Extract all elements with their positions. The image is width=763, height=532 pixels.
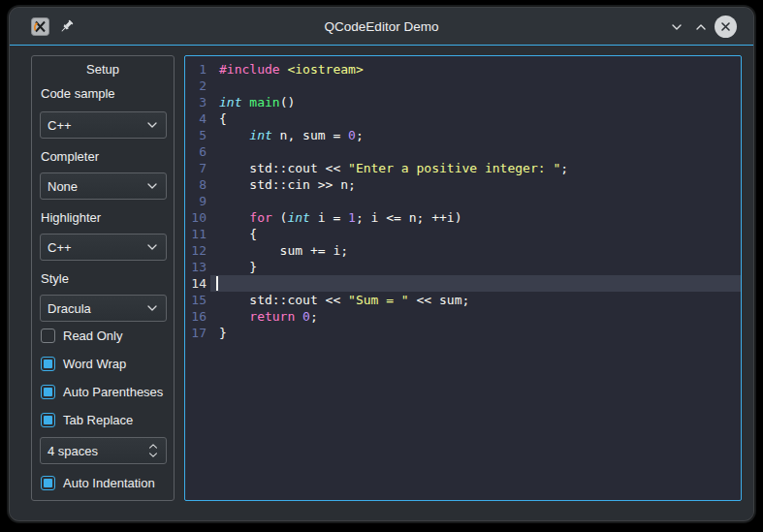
- readonly-checkbox[interactable]: Read Only: [41, 329, 122, 343]
- code-content[interactable]: {: [210, 110, 741, 127]
- code-content[interactable]: int main(): [210, 94, 741, 110]
- checkbox-label: Word Wrap: [63, 357, 126, 371]
- line-number: 11: [185, 226, 210, 242]
- titlebar[interactable]: QCodeEditor Demo: [10, 8, 753, 46]
- code-token: ;: [560, 161, 568, 175]
- chevron-down-icon: [145, 301, 159, 315]
- code-line[interactable]: 7 std::cout << "Enter a positive integer…: [185, 160, 741, 176]
- code-token: << sum;: [409, 293, 470, 307]
- code-content[interactable]: [210, 143, 741, 160]
- code-line[interactable]: 8 std::cin >> n;: [185, 176, 741, 193]
- code-token: int: [287, 210, 309, 225]
- code-token: 0: [348, 128, 356, 142]
- close-button[interactable]: [715, 16, 737, 38]
- code-line[interactable]: 15 std::cout << "Sum = " << sum;: [185, 292, 741, 308]
- spin-up-icon[interactable]: [147, 442, 159, 451]
- checkbox-box[interactable]: [41, 413, 55, 427]
- code-content[interactable]: std::cout << "Sum = " << sum;: [210, 292, 741, 308]
- code-line[interactable]: 4{: [185, 110, 741, 127]
- chevron-down-icon: [145, 179, 159, 193]
- code-content[interactable]: std::cout << "Enter a positive integer: …: [210, 160, 741, 176]
- code-token: std::cout <<: [219, 293, 348, 307]
- line-number: 15: [185, 292, 210, 308]
- checkbox-box[interactable]: [41, 385, 55, 399]
- code-content[interactable]: int n, sum = 0;: [210, 127, 741, 143]
- code-line[interactable]: 3int main(): [185, 94, 741, 110]
- code-content[interactable]: [210, 78, 741, 94]
- code-content[interactable]: }: [210, 259, 741, 275]
- line-number: 5: [185, 127, 210, 143]
- maximize-button[interactable]: [690, 16, 711, 37]
- highlighter-select[interactable]: C++: [40, 234, 167, 261]
- line-number: 17: [185, 325, 210, 341]
- code-line[interactable]: 11 {: [185, 226, 741, 242]
- checkbox-label: Read Only: [63, 329, 122, 343]
- code-token: }: [219, 326, 227, 340]
- checkbox-label: Auto Indentation: [63, 476, 155, 490]
- chevron-down-icon: [145, 240, 159, 254]
- code-token: return: [249, 309, 295, 324]
- code-line[interactable]: 2: [185, 78, 741, 94]
- setup-panel: Setup Code sample C++ Completer None Hig…: [31, 55, 175, 501]
- line-number: 8: [185, 176, 210, 193]
- checkbox-box[interactable]: [41, 476, 55, 490]
- wordwrap-checkbox[interactable]: Word Wrap: [41, 357, 126, 371]
- line-number: 2: [185, 78, 210, 94]
- line-number: 1: [185, 61, 210, 78]
- checkbox-box[interactable]: [41, 357, 55, 371]
- code-content[interactable]: [210, 275, 741, 292]
- checkbox-label: Tab Replace: [63, 413, 133, 427]
- code-token: ; i <= n; ++i): [356, 210, 462, 225]
- code-token: <iostream>: [287, 62, 363, 77]
- code-token: {: [219, 227, 257, 241]
- setup-panel-title: Setup: [32, 62, 174, 77]
- line-number: 7: [185, 160, 210, 176]
- code-token: (: [272, 210, 288, 225]
- code-line[interactable]: 9: [185, 193, 741, 209]
- tabreplace-checkbox[interactable]: Tab Replace: [41, 413, 133, 427]
- code-content[interactable]: for (int i = 1; i <= n; ++i): [210, 209, 741, 226]
- code-line[interactable]: 5 int n, sum = 0;: [185, 127, 741, 143]
- style-value: Dracula: [48, 301, 145, 316]
- code-token: i =: [310, 210, 348, 225]
- text-cursor: [216, 276, 218, 291]
- code-line[interactable]: 10 for (int i = 1; i <= n; ++i): [185, 209, 741, 226]
- code-token: std::cin >> n;: [219, 177, 356, 192]
- code-content[interactable]: std::cin >> n;: [210, 176, 741, 193]
- completer-select[interactable]: None: [40, 172, 167, 200]
- code-token: main: [249, 95, 279, 110]
- tab-size-value: 4 spaces: [48, 444, 147, 458]
- code-line[interactable]: 16 return 0;: [185, 308, 741, 325]
- code-token: [219, 128, 249, 142]
- code-line[interactable]: 1#include <iostream>: [185, 61, 741, 78]
- code-line[interactable]: 17}: [185, 325, 741, 341]
- code-content[interactable]: {: [210, 226, 741, 242]
- line-number: 13: [185, 259, 210, 275]
- tab-size-spinbox[interactable]: 4 spaces: [40, 437, 167, 464]
- line-number: 12: [185, 242, 210, 259]
- style-select[interactable]: Dracula: [40, 295, 167, 322]
- line-number: 14: [185, 275, 210, 292]
- code-content[interactable]: sum += i;: [210, 242, 741, 259]
- checkbox-box[interactable]: [41, 329, 55, 343]
- code-token: int: [249, 128, 271, 142]
- chevron-down-icon: [670, 20, 684, 34]
- code-line[interactable]: 6: [185, 143, 741, 160]
- code-token: (): [280, 95, 296, 110]
- code-editor[interactable]: 1#include <iostream>23int main()4{5 int …: [184, 55, 742, 501]
- code-line[interactable]: 12 sum += i;: [185, 242, 741, 259]
- close-icon: [719, 20, 732, 33]
- code-sample-select[interactable]: C++: [40, 111, 167, 139]
- code-content[interactable]: }: [210, 325, 741, 341]
- autoparentheses-checkbox[interactable]: Auto Parentheses: [41, 385, 163, 399]
- code-line[interactable]: 13 }: [185, 259, 741, 275]
- style-label: Style: [41, 271, 69, 286]
- code-token: sum += i;: [219, 243, 348, 258]
- code-line[interactable]: 14: [185, 275, 741, 292]
- code-content[interactable]: [210, 193, 741, 209]
- autoindent-checkbox[interactable]: Auto Indentation: [41, 476, 155, 490]
- spin-down-icon[interactable]: [147, 451, 159, 459]
- code-content[interactable]: #include <iostream>: [210, 61, 741, 78]
- code-content[interactable]: return 0;: [210, 308, 741, 325]
- minimize-button[interactable]: [666, 16, 686, 37]
